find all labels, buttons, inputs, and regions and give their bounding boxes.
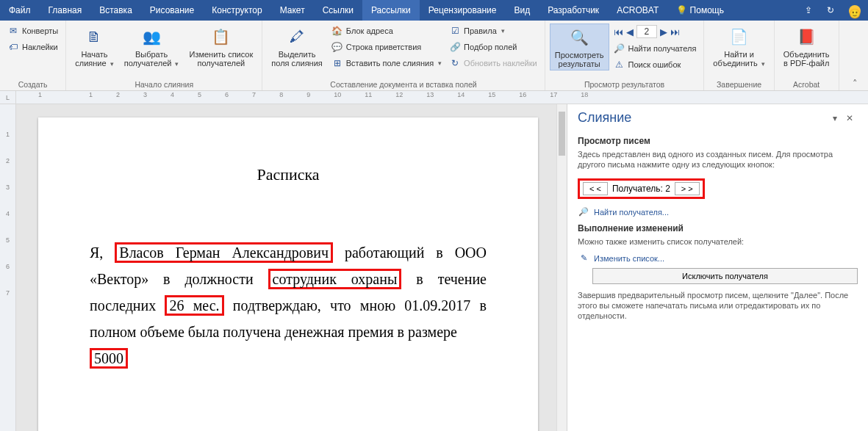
page[interactable]: Расписка Я, Власов Герман Александрович … — [38, 117, 538, 431]
error-check-icon: ⚠ — [614, 59, 625, 70]
tab-mailings[interactable]: Рассылки — [362, 0, 420, 21]
search-icon: 🔎 — [578, 207, 589, 217]
next-recipient-button[interactable]: > > — [675, 182, 700, 195]
scrollbar-thumb[interactable] — [559, 112, 565, 156]
tab-draw[interactable]: Рисование — [141, 0, 203, 21]
match-icon: 🔗 — [449, 41, 461, 53]
rules-icon: ☑ — [449, 25, 461, 37]
select-recipients-button[interactable]: 👥 Выбратьполучателей ▾ — [120, 23, 184, 70]
history-icon[interactable]: ↻ — [819, 0, 842, 21]
group-label: Завершение — [709, 80, 769, 89]
tab-references[interactable]: Ссылки — [314, 0, 362, 21]
smiley-icon — [849, 5, 861, 17]
address-block-button[interactable]: 🏠Блок адреса — [329, 23, 445, 38]
vertical-scrollbar[interactable] — [556, 104, 567, 431]
group-label: Создать — [4, 80, 61, 89]
first-record-icon[interactable]: ⏮ — [614, 26, 623, 37]
finish-description: Завершив предварительный просмотр писем,… — [578, 290, 858, 321]
merge-field-amount: 5000 — [90, 348, 128, 369]
group-acrobat: 📕 Объединитьв PDF-файл Acrobat — [775, 21, 839, 90]
document-body: Я, Власов Герман Александрович работающи… — [90, 239, 487, 372]
tab-layout[interactable]: Макет — [271, 0, 314, 21]
merge-to-pdf-button[interactable]: 📕 Объединитьв PDF-файл — [779, 23, 834, 69]
recipient-navigator: < < Получатель: 2 > > — [578, 178, 705, 199]
share-icon[interactable]: ⇪ — [797, 0, 819, 21]
group-preview-results: 🔍 Просмотретьрезультаты ⏮ ◀ 2 ▶ ⏭ 🔎Найти… — [545, 21, 705, 90]
envelopes-button[interactable]: ✉Конверты — [4, 23, 61, 38]
last-record-icon[interactable]: ⏭ — [670, 26, 680, 37]
tab-help[interactable]: 💡 Помощь — [667, 0, 733, 21]
panel-close-icon[interactable]: ✕ — [842, 113, 858, 123]
tab-file[interactable]: Файл — [0, 0, 40, 21]
recipients-icon: 👥 — [140, 25, 163, 48]
group-label: Начало слияния — [71, 80, 257, 89]
insert-merge-field-button[interactable]: ⊞Вставить поле слияния▾ — [329, 56, 445, 70]
start-merge-button[interactable]: 🗎 Начатьслияние ▾ — [71, 23, 118, 70]
workspace: 1234567 Расписка Я, Власов Герман Алекса… — [0, 104, 868, 431]
label-icon: 🏷 — [7, 41, 19, 53]
merge-field-position: сотрудник охраны — [268, 269, 402, 289]
highlight-fields-button[interactable]: 🖍 Выделитьполя слияния — [267, 23, 326, 69]
merge-field-name: Власов Герман Александрович — [115, 242, 333, 263]
preview-results-button[interactable]: 🔍 Просмотретьрезультаты — [550, 23, 609, 70]
tab-design[interactable]: Конструктор — [203, 0, 270, 21]
group-label: Acrobat — [779, 80, 834, 89]
edit-icon: ✎ — [578, 253, 589, 263]
find-recipient-link[interactable]: 🔎Найти получателя... — [578, 205, 858, 219]
tab-acrobat[interactable]: ACROBAT — [608, 0, 667, 21]
tab-home[interactable]: Главная — [40, 0, 91, 21]
labels-button[interactable]: 🏷Наклейки — [4, 40, 61, 54]
find-recipient-button[interactable]: 🔎Найти получателя — [611, 41, 700, 56]
group-start-merge: 🗎 Начатьслияние ▾ 👥 Выбратьполучателей ▾… — [66, 21, 262, 90]
pdf-icon: 📕 — [795, 25, 818, 48]
ruler-marks: 1123456789101112131415161718 — [38, 91, 868, 98]
highlight-icon: 🖍 — [285, 25, 309, 48]
account-icon[interactable] — [842, 0, 868, 21]
prev-record-icon[interactable]: ◀ — [626, 26, 634, 37]
exclude-recipient-button[interactable]: Исключить получателя — [592, 268, 858, 284]
changes-description: Можно также изменить список получателей: — [578, 236, 858, 247]
tab-insert[interactable]: Вставка — [90, 0, 141, 21]
next-record-icon[interactable]: ▶ — [660, 26, 667, 37]
edit-recipient-list-button[interactable]: 📋 Изменить списокполучателей — [184, 23, 257, 69]
match-fields-button[interactable]: 🔗Подбор полей — [446, 40, 540, 54]
edit-list-link[interactable]: ✎Изменить список... — [578, 251, 858, 265]
vertical-ruler: 1234567 — [0, 104, 16, 431]
group-label: Просмотр результатов — [550, 80, 700, 89]
collapse-ribbon-icon[interactable]: ˄ — [844, 78, 864, 89]
document-title: Расписка — [90, 162, 487, 188]
edit-list-icon: 📋 — [209, 25, 233, 48]
greeting-icon: 💬 — [331, 41, 343, 53]
menu-tabs: Файл Главная Вставка Рисование Конструкт… — [0, 0, 868, 21]
tab-review[interactable]: Рецензирование — [420, 0, 506, 21]
finish-merge-button[interactable]: 📄 Найти иобъединить ▾ — [709, 23, 769, 70]
group-finish: 📄 Найти иобъединить ▾ Завершение — [704, 21, 774, 90]
record-number[interactable]: 2 — [636, 25, 658, 38]
record-navigator: ⏮ ◀ 2 ▶ ⏭ — [611, 23, 700, 40]
ruler-corner: L — [0, 91, 16, 104]
search-icon: 🔎 — [614, 43, 625, 54]
greeting-line-button[interactable]: 💬Строка приветствия — [329, 40, 445, 54]
finish-icon: 📄 — [728, 25, 751, 48]
recipient-label: Получатель: 2 — [612, 184, 670, 194]
section-changes-heading: Выполнение изменений — [578, 223, 858, 233]
group-label: Составление документа и вставка полей — [267, 80, 539, 89]
tab-view[interactable]: Вид — [505, 0, 539, 21]
panel-menu-icon[interactable]: ▾ — [828, 113, 842, 123]
group-write-insert: 🖍 Выделитьполя слияния 🏠Блок адреса 💬Стр… — [262, 21, 545, 90]
rules-button[interactable]: ☑Правила▾ — [446, 23, 540, 38]
mail-merge-panel: Слияние ▾ ✕ Просмотр писем Здесь предста… — [567, 104, 868, 431]
envelope-icon: ✉ — [7, 25, 19, 37]
horizontal-ruler: L 1123456789101112131415161718 — [0, 91, 868, 104]
preview-description: Здесь представлен вид одного из созданны… — [578, 149, 858, 170]
start-merge-icon: 🗎 — [82, 25, 106, 48]
document-area[interactable]: Расписка Я, Власов Герман Александрович … — [16, 104, 556, 431]
prev-recipient-button[interactable]: < < — [583, 182, 608, 195]
address-icon: 🏠 — [331, 25, 343, 37]
update-labels-button: ↻Обновить наклейки — [446, 56, 540, 70]
group-create: ✉Конверты 🏷Наклейки Создать — [0, 21, 66, 90]
tab-developer[interactable]: Разработчик — [539, 0, 608, 21]
insert-field-icon: ⊞ — [331, 57, 343, 69]
check-errors-button[interactable]: ⚠Поиск ошибок — [611, 57, 700, 72]
section-preview-heading: Просмотр писем — [578, 136, 858, 146]
